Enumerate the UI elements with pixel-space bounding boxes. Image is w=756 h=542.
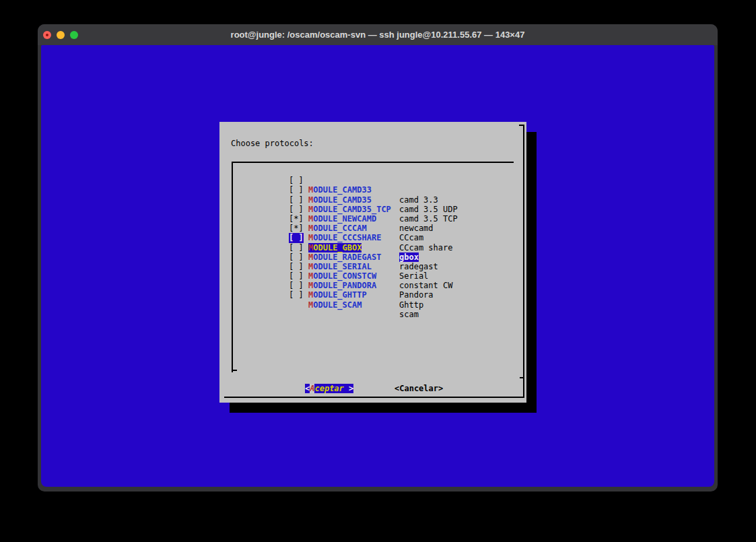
dialog-edge-right xyxy=(523,125,524,398)
ok-button-bracket-right: > xyxy=(349,384,353,393)
checkbox-state: [ ] xyxy=(289,290,304,300)
checklist: [ ] MODULE_CAMD33 camd 3.3 [ ] MODULE_CA… xyxy=(289,166,518,290)
item-tag: MODULE_GHTTP xyxy=(308,290,367,300)
dialog-prompt: Choose protocols: xyxy=(231,139,314,148)
zoom-button[interactable] xyxy=(70,31,78,39)
close-button[interactable] xyxy=(43,31,51,39)
terminal-window: root@jungle: /oscam/oscam-svn — ssh jung… xyxy=(38,24,718,492)
checklist-item[interactable]: [ ] MODULE_CONSTCW constant CW xyxy=(289,252,518,262)
checklist-item[interactable]: [*] MODULE_CCCSHARE CCcam share xyxy=(289,214,518,224)
item-tag: MODULE_SCAM xyxy=(308,300,362,310)
dialog-edge-corner xyxy=(519,125,524,126)
checklist-item[interactable]: [ ] MODULE_RADEGAST radegast xyxy=(289,233,518,242)
checklist-item[interactable]: [ ] MODULE_GBOX gbox xyxy=(289,224,518,233)
window-title: root@jungle: /oscam/oscam-svn — ssh jung… xyxy=(38,24,718,45)
checklist-item[interactable]: [ ] MODULE_PANDORA Pandora xyxy=(289,262,518,271)
checklist-item[interactable]: [*] MODULE_CCCAM CCcam xyxy=(289,205,518,214)
checklist-item[interactable]: [ ] MODULE_SERIAL Serial xyxy=(289,243,518,252)
item-tag-rest: ODULE_SCAM xyxy=(313,300,362,310)
listbox-corner-right xyxy=(520,377,524,378)
checklist-item[interactable]: [ ] MODULE_NEWCAMD newcamd xyxy=(289,195,518,205)
checklist-item[interactable]: [ ] MODULE_SCAM scam xyxy=(289,281,518,290)
checklist-item[interactable]: [ ] MODULE_CAMD33 camd 3.3 xyxy=(289,166,518,176)
ok-button[interactable]: <Aceptar > xyxy=(305,384,353,394)
ok-button-label: ceptar xyxy=(314,384,349,393)
checklist-item[interactable]: [ ] MODULE_CAMD35 camd 3.5 UDP xyxy=(289,176,518,185)
checklist-item[interactable]: [ ] MODULE_GHTTP Ghttp xyxy=(289,271,518,281)
dialog-edge-bottom xyxy=(224,397,524,398)
protocol-dialog: Choose protocols: [ ] MODULE_CAMD33 camd… xyxy=(219,122,526,403)
titlebar[interactable]: root@jungle: /oscam/oscam-svn — ssh jung… xyxy=(38,24,718,45)
page-background: { "window": { "title": "root@jungle: /os… xyxy=(0,0,756,542)
checklist-item[interactable]: [ ] MODULE_CAMD35_TCP camd 3.5 TCP xyxy=(289,185,518,195)
item-description: Ghttp xyxy=(399,300,423,310)
minimize-button[interactable] xyxy=(57,31,65,39)
item-description: Pandora xyxy=(399,290,434,300)
item-tag-rest: ODULE_GHTTP xyxy=(313,290,366,300)
cancel-button[interactable]: <Cancelar> xyxy=(394,384,443,394)
listbox-corner-left xyxy=(232,370,237,371)
item-description: scam xyxy=(399,310,419,319)
